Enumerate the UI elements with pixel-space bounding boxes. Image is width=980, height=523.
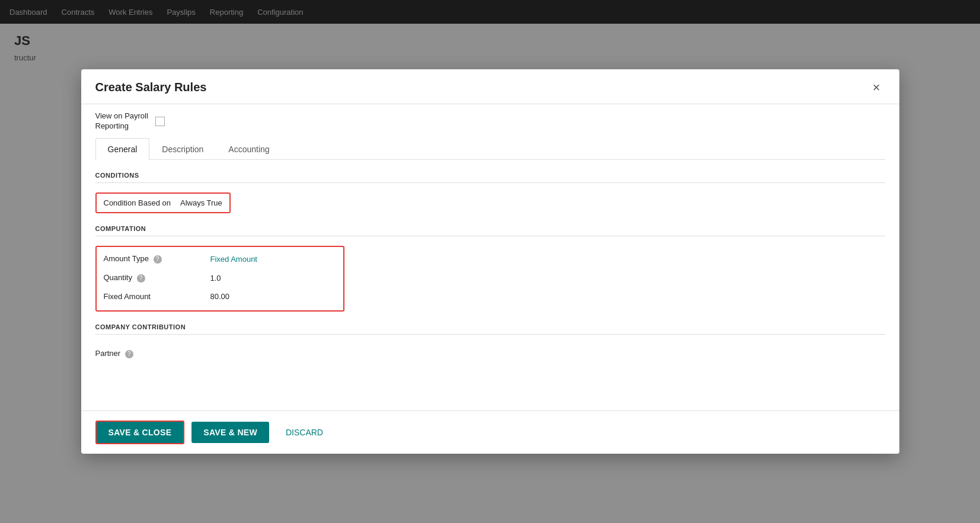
conditions-section-header: CONDITIONS — [95, 172, 885, 183]
create-salary-rules-modal: Create Salary Rules × View on Payroll Re… — [81, 69, 899, 454]
tab-general[interactable]: General — [95, 138, 150, 160]
fixed-amount-value[interactable]: 80.00 — [210, 292, 230, 301]
amount-type-help-icon[interactable]: ? — [154, 255, 162, 264]
save-close-button[interactable]: SAVE & CLOSE — [95, 421, 185, 444]
amount-type-value[interactable]: Fixed Amount — [210, 255, 258, 264]
modal-overlay: Create Salary Rules × View on Payroll Re… — [0, 0, 980, 523]
amount-type-label: Amount Type ? — [104, 254, 210, 264]
modal-body: View on Payroll Reporting General Descri… — [81, 104, 899, 411]
save-new-button[interactable]: SAVE & NEW — [191, 422, 269, 443]
tab-content-general: CONDITIONS Condition Based on Always Tru… — [95, 160, 885, 410]
view-on-payroll-label: View on Payroll — [95, 111, 148, 121]
payroll-reporting-row: View on Payroll Reporting — [95, 104, 885, 139]
fixed-amount-label: Fixed Amount — [104, 292, 210, 301]
quantity-help-icon[interactable]: ? — [137, 274, 145, 283]
amount-type-row: Amount Type ? Fixed Amount — [104, 249, 336, 268]
condition-based-on-value[interactable]: Always True — [180, 198, 222, 207]
quantity-value[interactable]: 1.0 — [210, 274, 221, 283]
tabs-row: General Description Accounting — [95, 138, 885, 160]
partner-label: Partner ? — [95, 349, 202, 358]
partner-row: Partner ? — [95, 344, 885, 363]
modal-footer: SAVE & CLOSE SAVE & NEW DISCARD — [81, 410, 899, 454]
quantity-label: Quantity ? — [104, 273, 210, 283]
fixed-amount-row: Fixed Amount 80.00 — [104, 287, 336, 306]
modal-header: Create Salary Rules × — [81, 69, 899, 104]
reporting-label: Reporting — [95, 121, 148, 131]
partner-help-icon[interactable]: ? — [125, 350, 133, 358]
condition-based-on-box: Condition Based on Always True — [95, 192, 231, 213]
view-on-payroll-checkbox[interactable] — [155, 117, 165, 126]
condition-based-on-label: Condition Based on — [104, 198, 171, 207]
company-contribution-header: COMPANY CONTRIBUTION — [95, 323, 885, 335]
modal-close-button[interactable]: × — [868, 79, 885, 97]
tab-accounting[interactable]: Accounting — [216, 138, 282, 160]
tab-description[interactable]: Description — [149, 138, 216, 160]
discard-button[interactable]: DISCARD — [276, 422, 333, 443]
computation-box: Amount Type ? Fixed Amount Quantity ? 1.… — [95, 246, 344, 312]
spacer — [95, 363, 885, 399]
computation-section-header: COMPUTATION — [95, 225, 885, 236]
modal-title: Create Salary Rules — [95, 81, 207, 94]
quantity-row: Quantity ? 1.0 — [104, 268, 336, 287]
